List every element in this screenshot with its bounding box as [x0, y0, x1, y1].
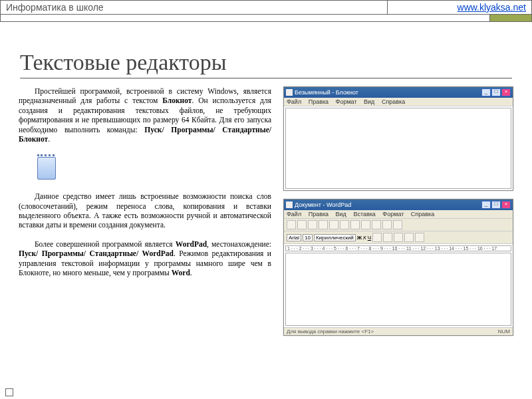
wordpad-text-area[interactable]: [285, 253, 511, 326]
menu-edit[interactable]: Правка: [309, 98, 329, 105]
align-left-icon[interactable]: [383, 233, 392, 242]
content-row: Простейшей программой, встроенной в сист…: [0, 86, 532, 336]
window-buttons: _ □ ×: [481, 88, 511, 96]
bold-button[interactable]: Ж: [357, 235, 362, 241]
header-subject: Информатика в школе: [1, 1, 388, 14]
bullets-icon[interactable]: [415, 233, 424, 242]
copy-icon[interactable]: [361, 220, 370, 229]
align-right-icon[interactable]: [404, 233, 414, 242]
menu-file[interactable]: Файл: [287, 98, 301, 105]
header-link[interactable]: www.klyaksa.net: [458, 2, 526, 13]
align-center-icon[interactable]: [394, 233, 403, 242]
wordpad-toolbar-2: Arial 10 Кириллический Ж К Ч: [284, 231, 513, 244]
open-icon[interactable]: [297, 220, 307, 229]
menu-format[interactable]: Формат: [336, 98, 357, 105]
menu-edit[interactable]: Правка: [309, 211, 329, 217]
menu-file[interactable]: Файл: [287, 211, 301, 217]
notepad-app-icon: [286, 89, 293, 96]
minimize-button[interactable]: _: [481, 201, 491, 209]
header-sub-row: [0, 15, 532, 22]
notepad-titlebar: Безымянный - Блокнот _ □ ×: [284, 87, 513, 98]
notepad-text-area[interactable]: [285, 108, 511, 189]
datetime-icon[interactable]: [393, 220, 402, 229]
undo-icon[interactable]: [382, 220, 392, 229]
find-icon[interactable]: [340, 220, 349, 229]
print-icon[interactable]: [319, 220, 328, 229]
preview-icon[interactable]: [329, 220, 338, 229]
page-header: Информатика в школе www.klyaksa.net: [0, 0, 532, 15]
wordpad-statusbar: Для вывода справки нажмите <F1> NUM: [284, 327, 513, 335]
size-select[interactable]: 10: [303, 234, 313, 241]
wordpad-titlebar: Документ - WordPad _ □ ×: [284, 200, 513, 210]
italic-button[interactable]: К: [363, 235, 366, 241]
menu-insert[interactable]: Вставка: [353, 211, 375, 217]
notepad-icon: [35, 153, 60, 182]
cut-icon[interactable]: [350, 220, 360, 229]
close-button[interactable]: ×: [501, 201, 511, 209]
header-sub-accent: [490, 15, 531, 21]
status-num: NUM: [498, 329, 510, 334]
notepad-menubar: Файл Правка Формат Вид Справка: [284, 98, 513, 106]
maximize-button[interactable]: □: [491, 201, 501, 209]
wordpad-app-icon: [286, 201, 293, 208]
menu-view[interactable]: Вид: [364, 98, 374, 105]
paste-icon[interactable]: [372, 220, 381, 229]
wordpad-menubar: Файл Правка Вид Вставка Формат Справка: [284, 210, 513, 219]
font-select[interactable]: Arial: [287, 234, 301, 241]
paragraph-2: Данное средство имеет лишь встроенные во…: [19, 192, 271, 230]
maximize-button[interactable]: □: [491, 88, 501, 96]
image-column: Безымянный - Блокнот _ □ × Файл Правка Ф…: [283, 86, 513, 336]
wordpad-toolbar-1: [284, 219, 513, 231]
header-link-cell: www.klyaksa.net: [388, 1, 531, 14]
wordpad-window: Документ - WordPad _ □ × Файл Правка Вид…: [283, 199, 513, 336]
minimize-button[interactable]: _: [481, 88, 491, 96]
text-column: Простейшей программой, встроенной в сист…: [19, 86, 271, 336]
menu-format[interactable]: Формат: [382, 211, 404, 217]
wordpad-ruler: 1 · · · 2 · · · 3 · · · 4 · · · 5 · · · …: [285, 245, 511, 251]
paragraph-1: Простейшей программой, встроенной в сист…: [19, 86, 271, 144]
window-buttons: _ □ ×: [481, 201, 511, 209]
close-button[interactable]: ×: [501, 88, 511, 96]
status-hint: Для вывода справки нажмите <F1>: [287, 329, 374, 334]
page-title: Текстовые редакторы: [20, 50, 532, 75]
footer-marker: [5, 388, 13, 396]
charset-select[interactable]: Кириллический: [314, 234, 356, 241]
menu-view[interactable]: Вид: [336, 211, 346, 217]
wordpad-title: Документ - WordPad: [295, 201, 481, 208]
save-icon[interactable]: [308, 220, 317, 229]
new-icon[interactable]: [287, 220, 296, 229]
underline-button[interactable]: Ч: [368, 235, 371, 241]
notepad-title: Безымянный - Блокнот: [295, 89, 481, 96]
menu-help[interactable]: Справка: [382, 98, 405, 105]
paragraph-3: Более совершенной программой является Wo…: [19, 239, 271, 278]
color-icon[interactable]: [372, 233, 382, 242]
menu-help[interactable]: Справка: [411, 211, 434, 217]
notepad-window: Безымянный - Блокнот _ □ × Файл Правка Ф…: [283, 86, 513, 191]
header-sub-left: [1, 15, 490, 21]
title-divider: [20, 78, 512, 78]
